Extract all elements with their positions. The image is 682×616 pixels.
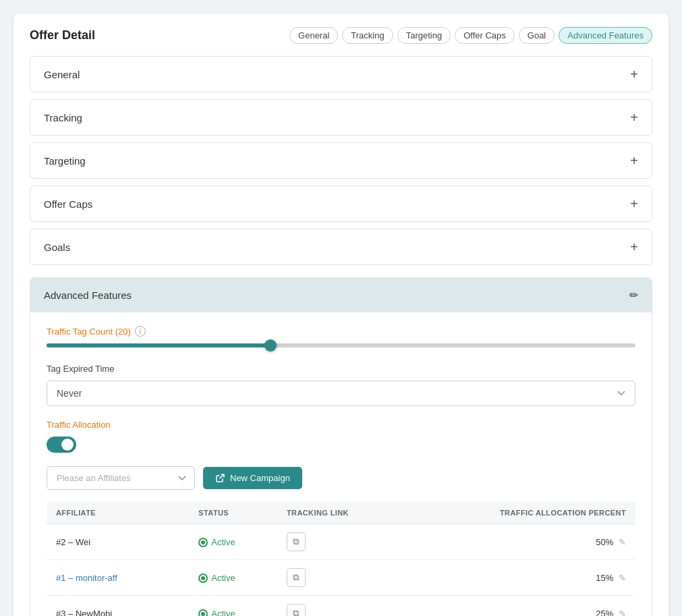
advanced-features-body: Traffic Tag Count (20) i Tag Expired Tim…: [30, 312, 652, 616]
accordion-tracking-label: Tracking: [44, 112, 82, 123]
cell-affiliate-1: #1 – monitor-aff: [47, 560, 189, 596]
status-badge-0: Active: [198, 537, 235, 547]
table-header-row: AFFILIATE STATUS TRACKING LINK TRAFFIC A…: [47, 502, 635, 524]
col-affiliate: AFFILIATE: [47, 502, 189, 524]
cell-tracking-link-2: ⧉: [277, 596, 405, 617]
nav-tab-goal[interactable]: Goal: [519, 27, 555, 44]
nav-tab-targeting[interactable]: Targeting: [397, 27, 451, 44]
accordion-tracking-header[interactable]: Tracking +: [30, 100, 652, 135]
allocation-table: AFFILIATE STATUS TRACKING LINK TRAFFIC A…: [47, 502, 635, 616]
accordion-general-plus-icon: +: [630, 67, 638, 81]
cell-percent-0: 50% ✎: [405, 524, 635, 560]
col-tracking-link: TRACKING LINK: [277, 502, 405, 524]
cell-tracking-link-1: ⧉: [277, 560, 405, 596]
advanced-features-header: Advanced Features ✏: [30, 278, 652, 312]
advanced-features-section: Advanced Features ✏ Traffic Tag Count (2…: [30, 277, 652, 616]
actions-row: Please an Affiliates New Campaign: [47, 466, 635, 490]
cell-status-1: Active: [189, 560, 277, 596]
accordion-offer-caps-plus-icon: +: [630, 197, 638, 211]
table-row: #2 – Wei Active ⧉ 50% ✎: [47, 524, 635, 560]
accordion-targeting-header[interactable]: Targeting +: [30, 143, 652, 178]
affiliate-select[interactable]: Please an Affiliates: [47, 466, 195, 490]
status-badge-1: Active: [198, 573, 235, 583]
col-status: STATUS: [189, 502, 277, 524]
accordion-goals-plus-icon: +: [630, 240, 638, 254]
page-wrapper: Offer Detail GeneralTrackingTargetingOff…: [13, 13, 669, 616]
cell-tracking-link-0: ⧉: [277, 524, 405, 560]
link-icon: [215, 474, 225, 483]
status-dot-0: [198, 538, 208, 547]
status-dot-1: [198, 573, 208, 583]
slider-track: [47, 343, 635, 347]
cell-status-0: Active: [189, 524, 277, 560]
accordion-general: General +: [30, 56, 652, 92]
nav-tab-tracking[interactable]: Tracking: [342, 27, 393, 44]
nav-tab-advanced-features[interactable]: Advanced Features: [559, 27, 652, 44]
advanced-features-title: Advanced Features: [44, 289, 132, 301]
table-row: #1 – monitor-aff Active ⧉ 15% ✎: [47, 560, 635, 596]
accordion-tracking-plus-icon: +: [630, 111, 638, 124]
edit-allocation-icon-1[interactable]: ✎: [619, 573, 626, 583]
copy-icon-0[interactable]: ⧉: [287, 532, 306, 551]
edit-allocation-icon-0[interactable]: ✎: [619, 537, 626, 547]
accordion-goals-label: Goals: [44, 242, 70, 253]
status-dot-2: [198, 609, 208, 616]
col-traffic-allocation-percent: TRAFFIC ALLOCATION PERCENT: [405, 502, 635, 524]
edit-pencil-icon[interactable]: ✏: [629, 289, 638, 302]
accordion-offer-caps-header[interactable]: Offer Caps +: [30, 186, 652, 221]
accordion-targeting-label: Targeting: [44, 155, 86, 167]
cell-status-2: Active: [189, 596, 277, 617]
copy-icon-2[interactable]: ⧉: [287, 604, 306, 616]
page-header: Offer Detail GeneralTrackingTargetingOff…: [30, 27, 652, 44]
slider-thumb[interactable]: [264, 339, 277, 352]
nav-tabs: GeneralTrackingTargetingOffer CapsGoalAd…: [289, 27, 652, 44]
traffic-allocation-toggle[interactable]: [47, 437, 76, 453]
accordion-list: General + Tracking + Targeting + Offer C…: [30, 56, 652, 265]
toggle-track[interactable]: [47, 437, 76, 453]
traffic-tag-label: Traffic Tag Count (20) i: [47, 326, 635, 337]
accordion-goals-header[interactable]: Goals +: [30, 229, 652, 264]
table-row: #3 – NewMobi Active ⧉ 25% ✎: [47, 596, 635, 617]
tag-expired-label: Tag Expired Time: [47, 364, 635, 374]
new-campaign-button[interactable]: New Campaign: [203, 467, 302, 489]
accordion-targeting-plus-icon: +: [630, 154, 638, 167]
tag-expired-select[interactable]: Never 1 day 7 days 30 days: [47, 381, 635, 406]
cell-affiliate-2: #3 – NewMobi: [47, 596, 189, 617]
traffic-allocation-label: Traffic Allocation: [47, 420, 635, 430]
status-badge-2: Active: [198, 609, 235, 616]
info-icon: i: [135, 326, 146, 337]
copy-icon-1[interactable]: ⧉: [287, 568, 306, 587]
edit-allocation-icon-2[interactable]: ✎: [619, 609, 626, 617]
cell-affiliate-0: #2 – Wei: [47, 524, 189, 560]
nav-tab-general[interactable]: General: [289, 27, 338, 44]
accordion-offer-caps: Offer Caps +: [30, 186, 652, 222]
accordion-tracking: Tracking +: [30, 99, 652, 136]
accordion-targeting: Targeting +: [30, 142, 652, 179]
accordion-general-label: General: [44, 69, 80, 80]
nav-tab-offer-caps[interactable]: Offer Caps: [455, 27, 515, 44]
accordion-general-header[interactable]: General +: [30, 57, 652, 92]
cell-percent-2: 25% ✎: [405, 596, 635, 617]
toggle-knob: [61, 439, 74, 451]
cell-percent-1: 15% ✎: [405, 560, 635, 596]
new-campaign-label: New Campaign: [230, 473, 290, 483]
accordion-offer-caps-label: Offer Caps: [44, 198, 92, 210]
slider-fill: [47, 343, 271, 347]
page-title: Offer Detail: [30, 28, 95, 43]
slider-container: [47, 343, 635, 347]
accordion-goals: Goals +: [30, 229, 652, 265]
